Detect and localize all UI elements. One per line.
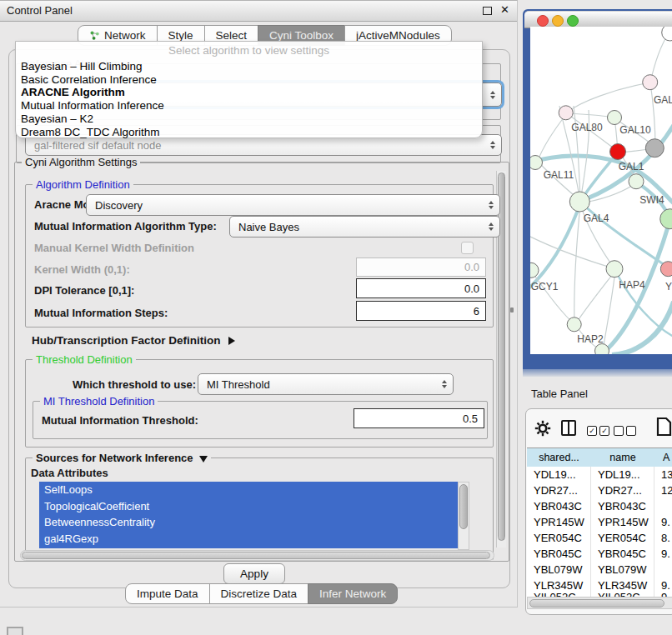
cell[interactable]: 13 (654, 467, 672, 482)
algorithm-definition-title: Algorithm Definition (33, 178, 133, 191)
cell[interactable]: YBR043C (591, 498, 654, 514)
combo-arrows-icon (490, 91, 495, 99)
dropdown-item-mutual-information[interactable]: Mutual Information Inference (16, 99, 482, 112)
close-traffic-light-icon[interactable] (537, 15, 549, 27)
cell[interactable] (654, 562, 672, 578)
cell[interactable]: 12 (654, 482, 672, 498)
node-partial-top[interactable] (662, 27, 672, 41)
combo-arrows-icon (442, 380, 447, 388)
cell[interactable]: 9. (654, 514, 672, 530)
attributes-vertical-scrollbar[interactable] (458, 482, 469, 550)
cell[interactable]: YER054C (591, 530, 654, 546)
cell[interactable]: YBR045C (591, 546, 654, 562)
column-header-shared[interactable]: shared... (527, 448, 592, 468)
attributes-vscroll-thumb[interactable] (459, 484, 468, 529)
dropdown-item-basic-correlation[interactable]: Basic Correlation Inference (16, 73, 482, 87)
node-y-partial[interactable] (660, 262, 672, 277)
list-item[interactable]: TopologicalCoefficient (39, 498, 468, 515)
sources-group-title[interactable]: Sources for Network Inference (33, 452, 211, 464)
column-header-name-label: name (609, 452, 635, 463)
expand-right-icon (228, 337, 235, 345)
list-item[interactable]: BetweennessCentrality (39, 514, 468, 531)
node-swi4[interactable] (629, 174, 644, 189)
manual-kernel-width-checkbox[interactable] (461, 242, 474, 254)
cell[interactable]: YBL079W (591, 562, 654, 578)
cell[interactable]: 9. (654, 578, 672, 593)
cell[interactable]: YDR27... (527, 482, 591, 498)
node-partial-bottom[interactable] (595, 344, 609, 355)
cell[interactable]: YDL19... (591, 467, 654, 482)
node-gal80[interactable] (559, 106, 573, 120)
dropdown-item-bayesian-k2[interactable]: Bayesian – K2 (16, 112, 482, 126)
mi-threshold-field[interactable]: 0.5 (354, 408, 484, 428)
select-all-icon[interactable]: ✓ (587, 426, 597, 436)
tab-impute-data-label: Impute Data (137, 588, 198, 600)
deselect-all-icon-2[interactable] (626, 426, 636, 436)
list-item[interactable]: SelfLoops (39, 482, 468, 498)
hub-definition-label: Hub/Transcription Factor Definition (32, 334, 221, 347)
cell[interactable]: YER054C (527, 530, 591, 546)
network-canvas[interactable]: GAL GAL80 GAL10 GAL1 GAL11 SWI4 GAL4 GCY… (530, 27, 672, 354)
cell[interactable]: YLR345W (591, 578, 654, 593)
table-horizontal-scrollbar[interactable] (527, 597, 672, 609)
minimize-traffic-light-icon[interactable] (552, 15, 564, 27)
node-gal4[interactable] (569, 192, 589, 212)
column-header-partial[interactable]: A (654, 448, 672, 468)
cell[interactable]: YBR045C (527, 546, 591, 562)
hub-definition-toggle[interactable]: Hub/Transcription Factor Definition (32, 334, 235, 347)
dropdown-item-bayesian-hill-climbing[interactable]: Bayesian – Hill Climbing (16, 60, 482, 73)
dpi-tolerance-field[interactable]: 0.0 (356, 278, 486, 298)
select-all-icon-2[interactable]: ✓ (599, 426, 609, 436)
combo-arrows-icon (490, 141, 495, 149)
cell[interactable]: YPR145W (591, 514, 654, 530)
tab-infer-network[interactable]: Infer Network (308, 583, 398, 604)
which-threshold-combo[interactable]: MI Threshold (198, 373, 454, 395)
close-icon[interactable]: ✕ (500, 3, 509, 16)
mi-algorithm-type-label: Mutual Information Algorithm Type: (34, 220, 217, 232)
node-partial-right[interactable] (660, 209, 672, 229)
cell[interactable]: YDR27... (591, 482, 654, 498)
apply-button[interactable]: Apply (223, 563, 285, 584)
panel-resize-handle[interactable] (510, 308, 514, 312)
node-gal11[interactable] (530, 156, 543, 170)
table-hscroll-thumb[interactable] (529, 599, 664, 608)
kernel-width-field[interactable]: 0.0 (356, 258, 486, 277)
new-table-icon[interactable] (656, 417, 672, 437)
cell[interactable]: 8. (654, 530, 672, 546)
cell[interactable]: YDL19... (527, 467, 591, 482)
cell[interactable]: 9. (654, 546, 672, 562)
dropdown-item-dream8[interactable]: Dream8 DC_TDC Algorithm (16, 126, 482, 139)
cell[interactable]: YBR043C (527, 498, 591, 514)
data-attributes-list[interactable]: SelfLoops TopologicalCoefficient Between… (39, 482, 468, 548)
tab-impute-data[interactable]: Impute Data (125, 583, 210, 604)
mi-algorithm-type-combo[interactable]: Naive Bayes (229, 216, 500, 238)
zoom-traffic-light-icon[interactable] (567, 15, 579, 27)
settings-hscroll-thumb[interactable] (22, 552, 490, 559)
tab-discretize-data[interactable]: Discretize Data (209, 583, 309, 604)
node-gcy1[interactable] (530, 262, 539, 278)
deselect-all-icon[interactable] (614, 426, 624, 436)
settings-horizontal-scrollbar[interactable] (20, 550, 494, 561)
dropdown-item-aracne[interactable]: ARACNE Algorithm (16, 86, 482, 99)
node-gal10[interactable] (608, 111, 622, 125)
network-window-titlebar[interactable] (524, 11, 672, 28)
cell[interactable]: YPR145W (527, 514, 591, 530)
dpi-tolerance-label: DPI Tolerance [0,1]: (34, 284, 134, 297)
list-item[interactable]: gal4RGexp (39, 531, 468, 548)
node-hap2[interactable] (567, 318, 581, 332)
cell[interactable] (654, 498, 672, 514)
node-hap4[interactable] (606, 261, 623, 278)
mi-steps-field[interactable]: 6 (356, 301, 486, 321)
column-header-name[interactable]: name (591, 448, 655, 468)
aracne-mode-combo[interactable]: Discovery (86, 194, 500, 216)
cell[interactable]: YLR345W (527, 578, 591, 593)
float-window-icon[interactable] (483, 7, 492, 15)
node-gal1-red[interactable] (610, 144, 626, 160)
gear-icon[interactable] (534, 420, 551, 437)
edge (530, 203, 580, 290)
columns-icon[interactable] (561, 420, 576, 436)
cell[interactable]: YBL079W (527, 562, 591, 578)
node-gray[interactable] (645, 139, 664, 158)
node-gal-partial[interactable] (643, 75, 658, 90)
control-panel-titlebar[interactable]: Control Panel ✕ (0, 1, 517, 22)
